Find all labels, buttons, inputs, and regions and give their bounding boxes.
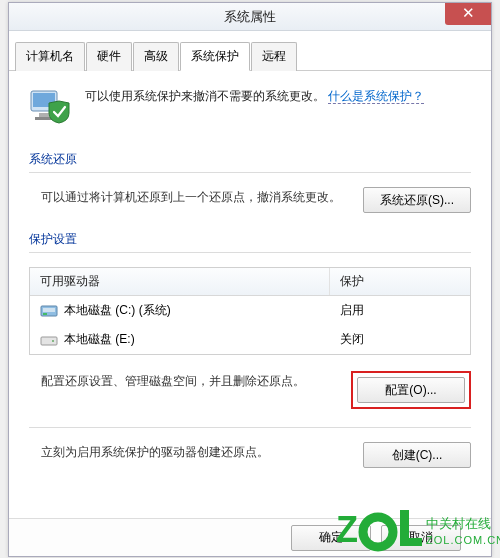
dialog-footer: 确定 取消 bbox=[9, 518, 491, 556]
configure-desc: 配置还原设置、管理磁盘空间，并且删除还原点。 bbox=[29, 371, 337, 391]
close-button[interactable] bbox=[445, 3, 491, 25]
system-protection-icon bbox=[29, 87, 71, 125]
table-row[interactable]: 本地磁盘 (C:) (系统) 启用 bbox=[30, 296, 470, 325]
svg-point-8 bbox=[52, 340, 54, 342]
drive-name: 本地磁盘 (E:) bbox=[64, 331, 135, 348]
drive-table-header: 可用驱动器 保护 bbox=[30, 268, 470, 296]
configure-button[interactable]: 配置(O)... bbox=[357, 377, 465, 403]
drive-name: 本地磁盘 (C:) (系统) bbox=[64, 302, 171, 319]
tab-content: 可以使用系统保护来撤消不需要的系统更改。 什么是系统保护？ 系统还原 可以通过将… bbox=[9, 71, 491, 486]
drive-table: 可用驱动器 保护 本地磁盘 (C:) (系统) 启用 bbox=[29, 267, 471, 355]
svg-rect-7 bbox=[41, 337, 57, 345]
system-restore-button[interactable]: 系统还原(S)... bbox=[363, 187, 471, 213]
highlight-box: 配置(O)... bbox=[351, 371, 471, 409]
svg-rect-6 bbox=[43, 313, 47, 315]
column-protection[interactable]: 保护 bbox=[330, 268, 470, 295]
window-title: 系统属性 bbox=[224, 8, 276, 26]
svg-rect-5 bbox=[43, 308, 55, 312]
intro-row: 可以使用系统保护来撤消不需要的系统更改。 什么是系统保护？ bbox=[29, 87, 471, 125]
intro-text: 可以使用系统保护来撤消不需要的系统更改。 什么是系统保护？ bbox=[85, 87, 424, 125]
section-title-restore: 系统还原 bbox=[29, 151, 471, 168]
table-row[interactable]: 本地磁盘 (E:) 关闭 bbox=[30, 325, 470, 354]
tab-computer-name[interactable]: 计算机名 bbox=[15, 42, 85, 71]
create-desc: 立刻为启用系统保护的驱动器创建还原点。 bbox=[29, 442, 349, 462]
column-drive[interactable]: 可用驱动器 bbox=[30, 268, 330, 295]
section-title-protection: 保护设置 bbox=[29, 231, 471, 248]
what-is-system-protection-link[interactable]: 什么是系统保护？ bbox=[328, 89, 424, 104]
tab-advanced[interactable]: 高级 bbox=[133, 42, 179, 71]
create-row: 立刻为启用系统保护的驱动器创建还原点。 创建(C)... bbox=[29, 442, 471, 468]
tab-remote[interactable]: 远程 bbox=[251, 42, 297, 71]
protection-settings-section: 保护设置 可用驱动器 保护 本地磁盘 (C:) (系统) 启用 bbox=[29, 231, 471, 468]
system-restore-section: 系统还原 可以通过将计算机还原到上一个还原点，撤消系统更改。 系统还原(S)..… bbox=[29, 151, 471, 213]
intro-desc: 可以使用系统保护来撤消不需要的系统更改。 bbox=[85, 89, 325, 103]
ok-button[interactable]: 确定 bbox=[291, 525, 371, 551]
drive-protection: 启用 bbox=[330, 300, 470, 321]
svg-rect-2 bbox=[39, 113, 49, 117]
hdd-icon bbox=[40, 332, 58, 348]
divider bbox=[29, 252, 471, 253]
divider bbox=[29, 427, 471, 428]
hdd-system-icon bbox=[40, 303, 58, 319]
divider bbox=[29, 172, 471, 173]
restore-desc: 可以通过将计算机还原到上一个还原点，撤消系统更改。 bbox=[29, 187, 349, 207]
restore-row: 可以通过将计算机还原到上一个还原点，撤消系统更改。 系统还原(S)... bbox=[29, 187, 471, 213]
create-restore-point-button[interactable]: 创建(C)... bbox=[363, 442, 471, 468]
tab-system-protection[interactable]: 系统保护 bbox=[180, 42, 250, 71]
tab-strip: 计算机名 硬件 高级 系统保护 远程 bbox=[9, 35, 491, 71]
system-properties-window: 系统属性 计算机名 硬件 高级 系统保护 远程 可以使用系统保护来撤消不需要的系… bbox=[8, 2, 492, 557]
tab-hardware[interactable]: 硬件 bbox=[86, 42, 132, 71]
configure-row: 配置还原设置、管理磁盘空间，并且删除还原点。 配置(O)... bbox=[29, 371, 471, 409]
cancel-button[interactable]: 取消 bbox=[381, 525, 461, 551]
titlebar: 系统属性 bbox=[9, 3, 491, 31]
drive-protection: 关闭 bbox=[330, 329, 470, 350]
